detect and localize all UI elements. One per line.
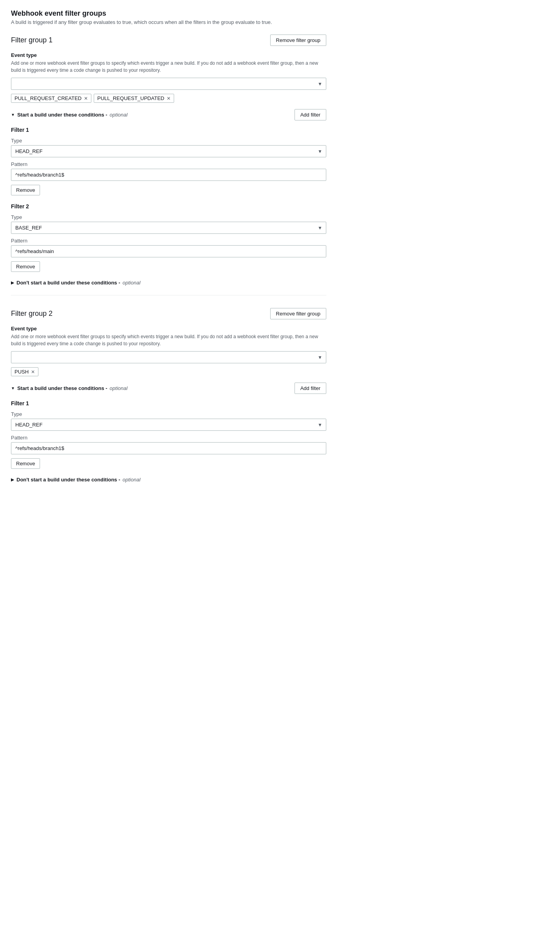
- start-conditions-header-2: ▼Start a build under these conditions - …: [11, 383, 326, 394]
- dont-start-toggle-2[interactable]: ▶Don't start a build under these conditi…: [11, 477, 326, 483]
- filter-type-select-wrapper-1-1: HEAD_REFBASE_REFFILE_PATHCOMMIT_MESSAGEA…: [11, 145, 326, 157]
- remove-filter-group-button-1[interactable]: Remove filter group: [270, 35, 326, 46]
- dont-start-arrow-icon-2: ▶: [11, 477, 14, 482]
- event-type-tag-label-2-1: PUSH: [15, 369, 29, 375]
- remove-filter-group-button-2[interactable]: Remove filter group: [270, 308, 326, 319]
- event-type-tag-label-1-1: PULL_REQUEST_CREATED: [15, 95, 82, 101]
- event-type-tag-1-1: PULL_REQUEST_CREATED✕: [11, 94, 91, 103]
- start-conditions-section-2: ▼Start a build under these conditions - …: [11, 383, 326, 469]
- event-type-select-1[interactable]: PULL_REQUEST_CREATEDPULL_REQUEST_UPDATED…: [11, 78, 326, 90]
- filter-type-select-wrapper-2-1: HEAD_REFBASE_REFFILE_PATHCOMMIT_MESSAGEA…: [11, 419, 326, 431]
- start-conditions-toggle-2[interactable]: ▼Start a build under these conditions - …: [11, 385, 127, 391]
- start-conditions-arrow-icon-2: ▼: [11, 386, 15, 390]
- filter-item-1-1: Filter 1TypeHEAD_REFBASE_REFFILE_PATHCOM…: [11, 127, 326, 195]
- filter-type-label-2-1: Type: [11, 411, 326, 417]
- event-type-select-wrapper-2: PULL_REQUEST_CREATEDPULL_REQUEST_UPDATED…: [11, 351, 326, 363]
- dont-start-optional-2: optional: [123, 477, 141, 483]
- event-type-tag-2-1: PUSH✕: [11, 367, 38, 376]
- filter-item-title-1-1: Filter 1: [11, 127, 326, 133]
- event-type-label-2: Event type: [11, 326, 326, 332]
- group-divider-1: [11, 295, 326, 295]
- remove-filter-button-1-2[interactable]: Remove: [11, 261, 40, 272]
- filter-item-1-2: Filter 2TypeHEAD_REFBASE_REFFILE_PATHCOM…: [11, 203, 326, 272]
- filter-type-label-1-1: Type: [11, 138, 326, 144]
- remove-filter-button-2-1[interactable]: Remove: [11, 458, 40, 469]
- filter-type-select-2-1[interactable]: HEAD_REFBASE_REFFILE_PATHCOMMIT_MESSAGEA…: [11, 419, 326, 431]
- dont-start-section-1: ▶Don't start a build under these conditi…: [11, 280, 326, 286]
- start-conditions-label-1: Start a build under these conditions -: [17, 112, 107, 118]
- start-conditions-optional-2: optional: [110, 385, 128, 391]
- event-type-label-1: Event type: [11, 52, 326, 58]
- page-description: A build is triggered if any filter group…: [11, 19, 326, 25]
- filter-type-select-1-2[interactable]: HEAD_REFBASE_REFFILE_PATHCOMMIT_MESSAGEA…: [11, 222, 326, 234]
- filter-group-header-2: Filter group 2Remove filter group: [11, 308, 326, 319]
- dont-start-optional-1: optional: [123, 280, 141, 286]
- filter-group-1: Filter group 1Remove filter groupEvent t…: [11, 35, 326, 295]
- event-type-tag-remove-1-2[interactable]: ✕: [167, 96, 171, 101]
- remove-filter-button-1-1[interactable]: Remove: [11, 185, 40, 195]
- filter-pattern-input-2-1[interactable]: [11, 442, 326, 454]
- filter-group-title-1: Filter group 1: [11, 36, 53, 44]
- event-type-select-2[interactable]: PULL_REQUEST_CREATEDPULL_REQUEST_UPDATED…: [11, 351, 326, 363]
- dont-start-section-2: ▶Don't start a build under these conditi…: [11, 477, 326, 483]
- event-type-section-1: Event typeAdd one or more webhook event …: [11, 52, 326, 103]
- dont-start-label-2: Don't start a build under these conditio…: [16, 477, 120, 483]
- filter-groups-container: Filter group 1Remove filter groupEvent t…: [11, 35, 326, 483]
- filter-pattern-label-1-1: Pattern: [11, 161, 326, 167]
- filter-type-select-1-1[interactable]: HEAD_REFBASE_REFFILE_PATHCOMMIT_MESSAGEA…: [11, 145, 326, 157]
- dont-start-toggle-1[interactable]: ▶Don't start a build under these conditi…: [11, 280, 326, 286]
- dont-start-arrow-icon-1: ▶: [11, 281, 14, 285]
- filter-group-header-1: Filter group 1Remove filter group: [11, 35, 326, 46]
- dont-start-label-1: Don't start a build under these conditio…: [16, 280, 120, 286]
- event-type-description-1: Add one or more webhook event filter gro…: [11, 60, 326, 74]
- filter-item-2-1: Filter 1TypeHEAD_REFBASE_REFFILE_PATHCOM…: [11, 400, 326, 469]
- filter-pattern-input-1-2[interactable]: [11, 245, 326, 257]
- event-type-tag-label-1-2: PULL_REQUEST_UPDATED: [97, 95, 164, 101]
- filter-pattern-label-2-1: Pattern: [11, 435, 326, 441]
- start-conditions-label-2: Start a build under these conditions -: [17, 385, 107, 391]
- start-conditions-section-1: ▼Start a build under these conditions - …: [11, 109, 326, 272]
- filter-type-select-wrapper-1-2: HEAD_REFBASE_REFFILE_PATHCOMMIT_MESSAGEA…: [11, 222, 326, 234]
- event-type-tags-1: PULL_REQUEST_CREATED✕PULL_REQUEST_UPDATE…: [11, 94, 326, 103]
- event-type-tag-remove-1-1[interactable]: ✕: [84, 96, 88, 101]
- event-type-description-2: Add one or more webhook event filter gro…: [11, 333, 326, 347]
- filter-pattern-input-1-1[interactable]: [11, 169, 326, 181]
- filter-item-title-2-1: Filter 1: [11, 400, 326, 406]
- page-title: Webhook event filter groups: [11, 9, 326, 18]
- event-type-tag-remove-2-1[interactable]: ✕: [31, 370, 35, 374]
- start-conditions-header-1: ▼Start a build under these conditions - …: [11, 109, 326, 120]
- filter-pattern-label-1-2: Pattern: [11, 238, 326, 244]
- event-type-tags-2: PUSH✕: [11, 367, 326, 376]
- filter-group-2: Filter group 2Remove filter groupEvent t…: [11, 308, 326, 483]
- add-filter-button-2[interactable]: Add filter: [295, 383, 326, 394]
- filter-group-title-2: Filter group 2: [11, 310, 53, 318]
- event-type-select-wrapper-1: PULL_REQUEST_CREATEDPULL_REQUEST_UPDATED…: [11, 78, 326, 90]
- add-filter-button-1[interactable]: Add filter: [295, 109, 326, 120]
- filter-item-title-1-2: Filter 2: [11, 203, 326, 210]
- filter-type-label-1-2: Type: [11, 214, 326, 220]
- event-type-section-2: Event typeAdd one or more webhook event …: [11, 326, 326, 376]
- start-conditions-optional-1: optional: [110, 112, 128, 118]
- event-type-tag-1-2: PULL_REQUEST_UPDATED✕: [94, 94, 174, 103]
- start-conditions-arrow-icon-1: ▼: [11, 113, 15, 117]
- start-conditions-toggle-1[interactable]: ▼Start a build under these conditions - …: [11, 112, 127, 118]
